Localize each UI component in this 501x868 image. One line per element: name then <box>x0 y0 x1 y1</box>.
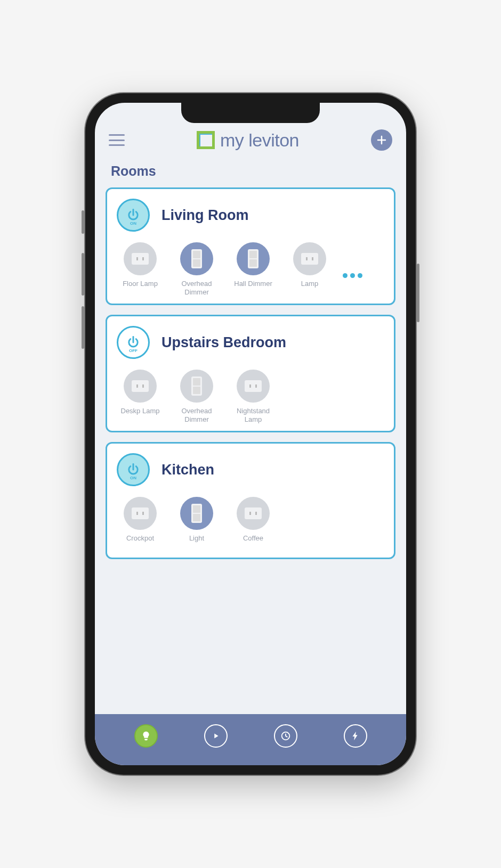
more-devices-button[interactable] <box>343 260 362 278</box>
device-row: Floor Lamp Overhead Dimmer Hall Dimmer L… <box>117 242 384 296</box>
device-item[interactable]: Overhead Dimmer <box>173 242 220 296</box>
room-power-button[interactable]: OFF <box>117 326 150 359</box>
clock-icon <box>280 730 292 742</box>
nav-activities[interactable] <box>204 724 228 748</box>
device-item[interactable]: Floor Lamp <box>117 242 164 296</box>
device-item[interactable]: Lamp <box>286 242 333 296</box>
nav-energy[interactable] <box>344 724 367 748</box>
device-label: Coffee <box>243 534 263 550</box>
room-card[interactable]: ON Living Room Floor Lamp Overhead Dimme… <box>106 187 395 305</box>
bulb-icon <box>140 730 152 742</box>
device-label: Floor Lamp <box>123 280 158 296</box>
outlet-icon <box>132 380 149 392</box>
nav-lights[interactable] <box>134 724 158 748</box>
device-item[interactable]: Nightstand Lamp <box>230 370 277 423</box>
app-logo: my leviton <box>197 130 299 151</box>
device-toggle[interactable] <box>237 242 270 275</box>
bolt-icon <box>350 730 361 742</box>
logo-text: my leviton <box>220 130 299 151</box>
power-state-label: ON <box>130 476 136 480</box>
room-power-button[interactable]: ON <box>117 199 150 232</box>
play-icon <box>210 730 222 742</box>
device-label: Overhead Dimmer <box>173 407 220 423</box>
menu-button[interactable] <box>109 134 125 146</box>
rooms-list[interactable]: ON Living Room Floor Lamp Overhead Dimme… <box>95 187 406 714</box>
device-label: Nightstand Lamp <box>230 407 277 423</box>
room-name: Living Room <box>161 207 249 224</box>
room-name: Upstairs Bedroom <box>161 334 286 351</box>
phone-side-button <box>82 306 84 349</box>
device-toggle[interactable] <box>293 242 326 275</box>
nav-schedules[interactable] <box>274 724 297 748</box>
device-label: Lamp <box>301 280 319 296</box>
switch-icon <box>191 249 202 268</box>
outlet-icon <box>301 253 318 265</box>
room-name: Kitchen <box>161 462 214 478</box>
outlet-icon <box>245 507 262 519</box>
phone-notch <box>181 103 320 123</box>
plus-icon <box>376 135 387 145</box>
power-icon <box>126 208 141 223</box>
room-power-button[interactable]: ON <box>117 453 150 486</box>
power-icon <box>126 462 141 477</box>
room-header: ON Living Room <box>117 199 384 232</box>
device-toggle[interactable] <box>237 370 270 403</box>
device-label: Deskp Lamp <box>121 407 160 423</box>
switch-icon <box>191 376 202 396</box>
device-item[interactable]: Overhead Dimmer <box>173 370 220 423</box>
room-card[interactable]: ON Kitchen Crockpot Light Coffee <box>106 442 395 559</box>
device-item[interactable]: Deskp Lamp <box>117 370 164 423</box>
device-label: Crockpot <box>126 534 154 550</box>
device-item[interactable]: Hall Dimmer <box>230 242 277 296</box>
outlet-icon <box>132 253 149 265</box>
device-label: Light <box>189 534 204 550</box>
outlet-icon <box>132 507 149 519</box>
phone-frame: my leviton Rooms ON Living Room Floor La… <box>85 93 416 775</box>
switch-icon <box>191 504 202 523</box>
power-icon <box>126 335 141 350</box>
device-item[interactable]: Crockpot <box>117 497 164 550</box>
room-card[interactable]: OFF Upstairs Bedroom Deskp Lamp Overhead… <box>106 315 395 432</box>
power-state-label: ON <box>130 221 136 226</box>
device-label: Overhead Dimmer <box>173 280 220 296</box>
device-toggle[interactable] <box>180 370 213 403</box>
device-label: Hall Dimmer <box>234 280 272 296</box>
device-toggle[interactable] <box>124 370 157 403</box>
section-title: Rooms <box>95 160 406 187</box>
power-state-label: OFF <box>129 348 138 353</box>
outlet-icon <box>245 380 262 392</box>
device-toggle[interactable] <box>124 242 157 275</box>
device-item[interactable]: Coffee <box>230 497 277 550</box>
add-button[interactable] <box>371 129 392 151</box>
room-header: ON Kitchen <box>117 453 384 486</box>
room-header: OFF Upstairs Bedroom <box>117 326 384 359</box>
device-toggle[interactable] <box>237 497 270 530</box>
device-toggle[interactable] <box>180 497 213 530</box>
device-row: Crockpot Light Coffee <box>117 497 384 550</box>
device-toggle[interactable] <box>124 497 157 530</box>
switch-icon <box>248 249 258 268</box>
phone-screen: my leviton Rooms ON Living Room Floor La… <box>95 103 406 765</box>
phone-side-button <box>417 264 419 322</box>
bottom-nav <box>95 714 406 765</box>
device-row: Deskp Lamp Overhead Dimmer Nightstand La… <box>117 370 384 423</box>
phone-side-button <box>82 210 84 234</box>
logo-square-icon <box>197 131 215 149</box>
device-toggle[interactable] <box>180 242 213 275</box>
phone-side-button <box>82 253 84 296</box>
device-item[interactable]: Light <box>173 497 220 550</box>
